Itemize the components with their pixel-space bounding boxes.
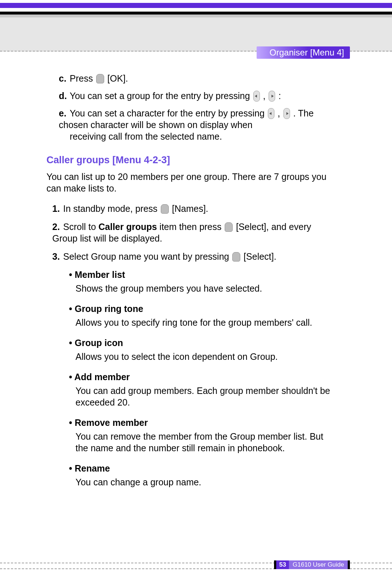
bullet-group-ring-tone: Group ring tone Allows you to specify ri… xyxy=(69,303,334,328)
step-c: c.Press [OK]. xyxy=(59,73,334,84)
step-2-body: Scroll to Caller groups item then press … xyxy=(52,222,311,243)
right-arrow-key-icon xyxy=(269,91,275,102)
step-1: 1.In standby mode, press [Names]. xyxy=(52,203,334,214)
bullet-body: Allows you to specify ring tone for the … xyxy=(75,317,334,328)
step-1-pre: In standby mode, press xyxy=(63,203,158,214)
step-2-bold: Caller groups xyxy=(98,222,157,232)
right-arrow-key-icon xyxy=(283,108,290,119)
footer-guide-title: G1610 User Guide xyxy=(289,560,348,569)
step-2-pre: Scroll to xyxy=(63,222,98,232)
step-d-body: You can set a group for the entry by pre… xyxy=(70,91,281,101)
step-e-marker: e. xyxy=(59,107,70,119)
step-3-post: [Select]. xyxy=(244,251,276,262)
bullet-title: Rename xyxy=(69,462,334,474)
content-area: c.Press [OK]. d.You can set a group for … xyxy=(46,73,334,497)
step-3-body: Select Group name you want by pressing [… xyxy=(63,251,276,262)
step-3-pre: Select Group name you want by pressing xyxy=(63,251,229,262)
bullet-title: Add member xyxy=(69,371,334,383)
left-arrow-key-icon xyxy=(268,108,274,119)
softkey-icon xyxy=(225,222,233,232)
bullet-title: Group icon xyxy=(69,337,334,349)
bullet-member-list: Member list Shows the group members you … xyxy=(69,269,334,294)
top-purple-stripe xyxy=(0,3,392,8)
step-c-body: Press [OK]. xyxy=(70,73,128,83)
bullet-title: Remove member xyxy=(69,417,334,428)
step-2: 2.Scroll to Caller groups item then pres… xyxy=(52,221,334,244)
step-d-pre: You can set a group for the entry by pre… xyxy=(70,91,250,101)
step-2-marker: 2. xyxy=(52,221,63,233)
step-d: d.You can set a group for the entry by p… xyxy=(59,90,334,102)
page-number: 53 xyxy=(276,560,289,569)
step-3-marker: 3. xyxy=(52,251,63,262)
bullet-title: Member list xyxy=(69,269,334,280)
step-e: e.You can set a character for the entry … xyxy=(59,107,334,142)
step-d-marker: d. xyxy=(59,90,70,102)
step-1-marker: 1. xyxy=(52,203,63,214)
footer-badge: 53 G1610 User Guide xyxy=(274,560,350,569)
section-intro: You can list up to 20 members per one gr… xyxy=(46,171,334,194)
step-1-post: [Names]. xyxy=(172,203,208,214)
softkey-icon xyxy=(161,204,169,214)
section-heading: Caller groups [Menu 4-2-3] xyxy=(46,154,334,166)
softkey-icon xyxy=(96,74,104,83)
step-3: 3.Select Group name you want by pressing… xyxy=(52,251,334,262)
step-2-mid: item then press xyxy=(157,222,221,232)
bullet-title: Group ring tone xyxy=(69,303,334,314)
bullet-remove-member: Remove member You can remove the member … xyxy=(69,417,334,454)
left-arrow-key-icon xyxy=(253,91,260,102)
step-c-pre: Press xyxy=(70,73,93,83)
step-e-cont: receiving call from the selected name. xyxy=(70,131,334,142)
bullet-body: You can add group members. Each group me… xyxy=(75,385,334,408)
step-c-post: [OK]. xyxy=(107,73,128,83)
bullet-body: You can remove the member from the Group… xyxy=(75,431,334,454)
bullet-rename: Rename You can change a group name. xyxy=(69,462,334,488)
step-1-body: In standby mode, press [Names]. xyxy=(63,203,208,214)
bullet-add-member: Add member You can add group members. Ea… xyxy=(69,371,334,408)
bullet-body: Allows you to select the icon dependent … xyxy=(75,351,334,362)
softkey-icon xyxy=(232,252,240,262)
step-d-post: : xyxy=(278,91,281,101)
footer-badge-end xyxy=(348,560,350,569)
step-e-body: You can set a character for the entry by… xyxy=(59,108,314,130)
header-band xyxy=(0,12,392,52)
chapter-tab: Organiser [Menu 4] xyxy=(257,46,350,59)
step-e-pre: You can set a character for the entry by… xyxy=(70,108,265,118)
bullet-body: Shows the group members you have selecte… xyxy=(75,283,334,294)
bullet-group-icon: Group icon Allows you to select the icon… xyxy=(69,337,334,362)
step-c-marker: c. xyxy=(59,73,70,84)
page: Organiser [Menu 4] c.Press [OK]. d.You c… xyxy=(0,0,392,588)
bullet-body: You can change a group name. xyxy=(75,476,334,488)
